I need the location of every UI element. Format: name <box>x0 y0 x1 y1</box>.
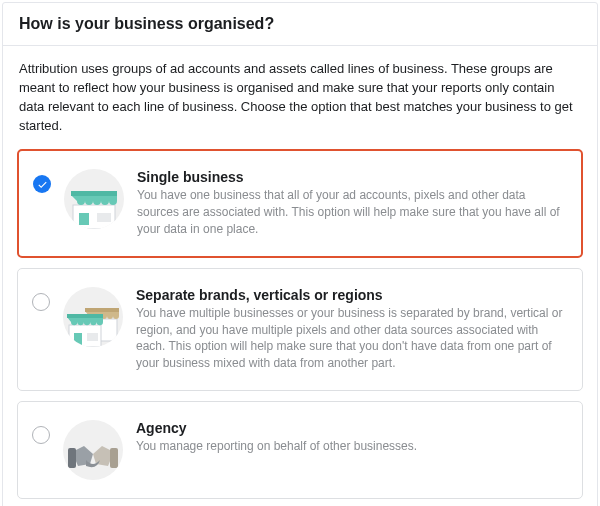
svg-rect-9 <box>74 333 82 345</box>
svg-rect-2 <box>71 191 117 196</box>
svg-rect-4 <box>97 213 111 222</box>
options-list: Single business You have one business th… <box>3 143 597 506</box>
option-title: Separate brands, verticals or regions <box>136 287 566 303</box>
svg-rect-3 <box>79 213 89 225</box>
storefront-multi-icon <box>63 287 123 347</box>
svg-rect-11 <box>68 448 76 468</box>
radio-agency[interactable] <box>32 426 50 444</box>
page-title: How is your business organised? <box>19 15 581 33</box>
radio-single-business[interactable] <box>33 175 51 193</box>
option-title: Agency <box>136 420 566 436</box>
business-organisation-card: How is your business organised? Attribut… <box>2 2 598 506</box>
option-single-business[interactable]: Single business You have one business th… <box>17 149 583 257</box>
option-separate-brands[interactable]: Separate brands, verticals or regions Yo… <box>17 268 583 391</box>
intro-text: Attribution uses groups of ad accounts a… <box>3 46 597 143</box>
option-description: You manage reporting on behalf of other … <box>136 438 566 455</box>
radio-separate-brands[interactable] <box>32 293 50 311</box>
handshake-icon <box>63 420 123 480</box>
svg-rect-12 <box>110 448 118 468</box>
option-title: Single business <box>137 169 565 185</box>
svg-rect-6 <box>85 308 119 312</box>
svg-rect-10 <box>87 333 98 341</box>
card-header: How is your business organised? <box>3 3 597 46</box>
option-description: You have one business that all of your a… <box>137 187 565 237</box>
svg-rect-8 <box>67 314 103 318</box>
option-description: You have multiple businesses or your bus… <box>136 305 566 372</box>
storefront-icon <box>64 169 124 229</box>
checkmark-icon <box>37 179 48 190</box>
option-agency[interactable]: Agency You manage reporting on behalf of… <box>17 401 583 499</box>
